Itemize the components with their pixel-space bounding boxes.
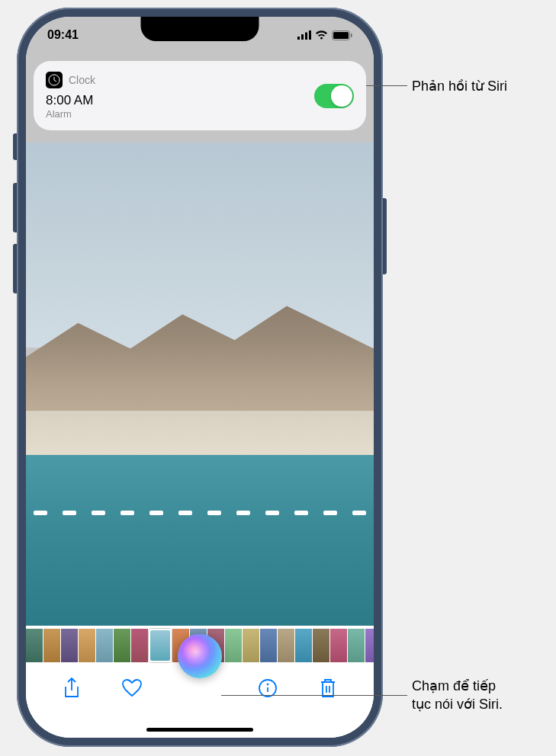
status-time: 09:41 bbox=[47, 28, 79, 42]
notification-app-name: Clock bbox=[69, 74, 95, 86]
siri-orb[interactable] bbox=[178, 634, 222, 678]
thumbnail[interactable] bbox=[149, 629, 172, 662]
callout-line bbox=[221, 695, 407, 696]
alarm-toggle[interactable] bbox=[314, 84, 354, 108]
phone-frame: 09:41 Clock 8:00 AM Alarm bbox=[17, 8, 383, 747]
callout-siri-continue: Chạm để tiếp tục nói với Siri. bbox=[412, 677, 503, 714]
thumbnail[interactable] bbox=[313, 629, 329, 662]
status-icons bbox=[297, 30, 352, 40]
thumbnail[interactable] bbox=[348, 629, 365, 662]
svg-rect-2 bbox=[305, 33, 307, 40]
svg-point-12 bbox=[267, 684, 268, 685]
power-button bbox=[383, 198, 387, 274]
svg-rect-0 bbox=[297, 37, 300, 40]
thumbnail[interactable] bbox=[330, 629, 347, 662]
screen: 09:41 Clock 8:00 AM Alarm bbox=[26, 17, 374, 738]
svg-rect-5 bbox=[333, 32, 349, 39]
thumbnail[interactable] bbox=[43, 629, 60, 662]
thumbnail[interactable] bbox=[114, 629, 130, 662]
notification-body: Clock 8:00 AM Alarm bbox=[46, 72, 314, 120]
thumbnail[interactable] bbox=[61, 629, 78, 662]
svg-rect-1 bbox=[301, 34, 304, 40]
callout-siri-response: Phản hồi từ Siri bbox=[412, 77, 507, 95]
thumbnail[interactable] bbox=[243, 629, 259, 662]
notification-header: Clock bbox=[46, 72, 314, 88]
thumbnail[interactable] bbox=[365, 629, 374, 662]
favorite-button[interactable] bbox=[117, 673, 147, 703]
thumbnail[interactable] bbox=[278, 629, 294, 662]
thumbnail[interactable] bbox=[131, 629, 148, 662]
wifi-icon bbox=[315, 30, 328, 40]
thumbnail[interactable] bbox=[79, 629, 95, 662]
svg-rect-3 bbox=[309, 30, 311, 40]
thumbnail[interactable] bbox=[260, 629, 277, 662]
photo-boats bbox=[26, 484, 374, 543]
svg-rect-6 bbox=[351, 34, 352, 37]
info-button[interactable] bbox=[252, 673, 283, 703]
photo-viewer[interactable] bbox=[26, 143, 374, 630]
photo-sky bbox=[26, 143, 374, 348]
battery-icon bbox=[332, 30, 352, 40]
thumbnail[interactable] bbox=[295, 629, 312, 662]
home-indicator[interactable] bbox=[146, 728, 253, 732]
thumbnail[interactable] bbox=[26, 629, 43, 662]
clock-app-icon bbox=[46, 72, 63, 88]
share-button[interactable] bbox=[56, 673, 87, 703]
siri-notification-card[interactable]: Clock 8:00 AM Alarm bbox=[34, 61, 366, 130]
delete-button[interactable] bbox=[313, 673, 343, 703]
notch bbox=[141, 17, 259, 41]
alarm-label: Alarm bbox=[46, 108, 314, 120]
thumbnail[interactable] bbox=[225, 629, 242, 662]
svg-line-9 bbox=[54, 80, 56, 82]
thumbnail[interactable] bbox=[96, 629, 113, 662]
alarm-time: 8:00 AM bbox=[46, 93, 314, 108]
cellular-icon bbox=[297, 30, 311, 40]
